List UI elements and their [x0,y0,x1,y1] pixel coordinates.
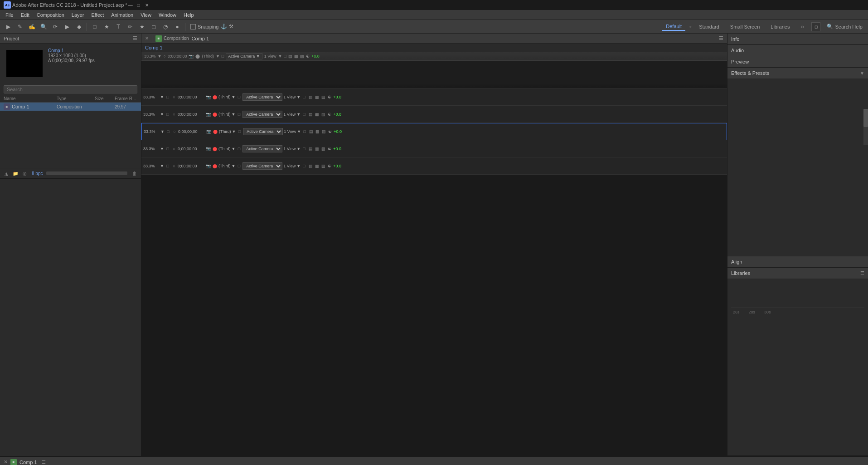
preview-header[interactable]: Preview [727,56,868,67]
menu-layer[interactable]: Layer [68,11,88,19]
sq-icon-4: □ [236,146,242,152]
menu-bar: File Edit Composition Layer Effect Anima… [0,10,868,20]
search-help-area[interactable]: 🔍 Search Help [824,24,865,29]
minimize-button[interactable]: — [127,2,134,8]
workspace-libraries[interactable]: Libraries [767,23,793,30]
comp-breadcrumb-name[interactable]: Comp 1 [145,45,163,50]
snapping-control[interactable]: Snapping ⚓ ⚒ [188,24,236,29]
hand-tool[interactable]: ✍ [26,22,37,32]
zoom-tool[interactable]: 🔍 [38,22,49,32]
align-header[interactable]: Align [727,256,868,267]
project-panel-menu[interactable]: ☰ [133,35,137,41]
color-depth-slider[interactable] [46,171,127,175]
workspace-more[interactable]: » [797,22,808,32]
libraries-header[interactable]: Libraries ☰ [727,268,868,279]
time-3[interactable]: 0;00;00;00 [178,129,205,134]
zoom-1[interactable]: 33.3% [143,95,159,99]
effects-header[interactable]: Effects & Presets ▼ [727,68,868,78]
search-icon: 🔍 [827,24,833,29]
timeline-close[interactable]: ✕ [4,459,8,465]
shape-tool[interactable]: □ [89,22,100,32]
view-1[interactable]: (Third) [218,95,231,99]
camera-select-4[interactable]: Active Camera [242,145,282,152]
window-controls[interactable]: — □ ✕ [127,2,150,8]
menu-effect[interactable]: Effect [87,11,107,19]
zoom-5[interactable]: 33.3% [143,164,159,168]
project-preview-area: Comp 1 1920 x 1080 (1.00) Δ 0;00;30;00, … [0,44,141,83]
bpc-display[interactable]: 8 bpc [32,171,43,176]
comp-panel-menu[interactable]: ☰ [719,35,723,41]
view-3[interactable]: (Third) [219,129,231,134]
composition-label: Composition [164,36,189,41]
menu-edit[interactable]: Edit [17,11,33,19]
project-panel-title: Project [4,36,19,41]
views-2[interactable]: 1 View [283,112,296,117]
time-2[interactable]: 0;00;00;00 [178,112,205,117]
menu-view[interactable]: View [137,11,155,19]
camera-select-5[interactable]: Active Camera [242,162,282,170]
project-item-comp1[interactable]: ■ Comp 1 Composition 29.97 [0,103,141,111]
camera-tool[interactable]: ▶ [62,22,73,32]
col-header-fps[interactable]: Frame R... [115,96,137,101]
views-5[interactable]: 1 View [283,164,296,168]
roto-tool[interactable]: ◔ [160,22,171,32]
zoom-2[interactable]: 33.3% [143,112,159,117]
menu-help[interactable]: Help [180,11,198,19]
selection-tool[interactable]: ▶ [3,22,14,32]
camera-select-1[interactable]: Active Camera [242,93,282,101]
eraser-tool[interactable]: ◻ [148,22,159,32]
pen-tool[interactable]: ✎ [15,22,25,32]
star-tool[interactable]: ★ [101,22,112,32]
libraries-menu[interactable]: ☰ [860,270,864,275]
views-4[interactable]: 1 View [283,147,296,151]
menu-window[interactable]: Window [155,11,180,19]
workspace-small[interactable]: Small Screen [727,23,763,30]
project-search-input[interactable] [4,85,137,93]
view-4[interactable]: (Third) [218,147,231,151]
project-bottom-toolbar: ◮ 📁 ◎ 8 bpc 🗑 [0,168,141,178]
comp-close[interactable]: ✕ [145,36,149,41]
camera-select-2[interactable]: Active Camera [242,111,282,118]
info-header[interactable]: Info [727,34,868,44]
effects-scrollbar-thumb[interactable] [863,109,868,127]
audio-label: Audio [731,48,744,53]
text-tool[interactable]: T [113,22,124,32]
rotate-tool[interactable]: ⟳ [50,22,61,32]
viewer-camera-0[interactable]: Active Camera ▼ [226,53,262,59]
interpret-footage-btn[interactable]: ◮ [3,170,10,177]
col-header-type[interactable]: Type [57,96,93,101]
time-4[interactable]: 0;00;00;00 [178,147,205,151]
delete-btn[interactable]: 🗑 [131,170,138,177]
timeline-menu[interactable]: ☰ [42,460,46,465]
effects-scrollbar[interactable] [863,109,868,145]
views-3[interactable]: 1 View [284,129,296,134]
project-search[interactable] [4,85,137,93]
audio-header[interactable]: Audio [727,45,868,56]
new-comp-btn[interactable]: ◎ [21,170,28,177]
menu-animation[interactable]: Animation [107,11,137,19]
close-button[interactable]: ✕ [144,2,150,8]
workspace-standard[interactable]: Standard [695,23,723,30]
view-5[interactable]: (Third) [218,164,231,168]
reset-icon-2: ☯ [327,112,332,117]
maximize-button[interactable]: □ [136,2,142,8]
menu-composition[interactable]: Composition [33,11,68,19]
zoom-3[interactable]: 33.3% [144,129,160,134]
menu-file[interactable]: File [2,11,17,19]
time-1[interactable]: 0;00;00;00 [178,95,205,99]
snapping-checkbox[interactable] [190,24,196,29]
views-1[interactable]: 1 View [283,95,296,99]
snap-icon2: ⚒ [229,24,233,29]
col-header-size[interactable]: Size [95,96,113,101]
clone-tool[interactable]: ★ [136,22,147,32]
puppet-tool[interactable]: ● [172,22,183,32]
zoom-4[interactable]: 33.3% [143,147,159,151]
time-5[interactable]: 0;00;00;00 [178,164,205,168]
camera-select-3[interactable]: Active Camera [243,128,283,135]
anchor-tool[interactable]: ◆ [73,22,84,32]
view-2[interactable]: (Third) [218,112,231,117]
brush-tool[interactable]: ✏ [125,22,136,32]
new-folder-btn[interactable]: 📁 [12,170,19,177]
workspace-default[interactable]: Default [662,23,685,31]
col-header-name[interactable]: Name [4,96,55,101]
